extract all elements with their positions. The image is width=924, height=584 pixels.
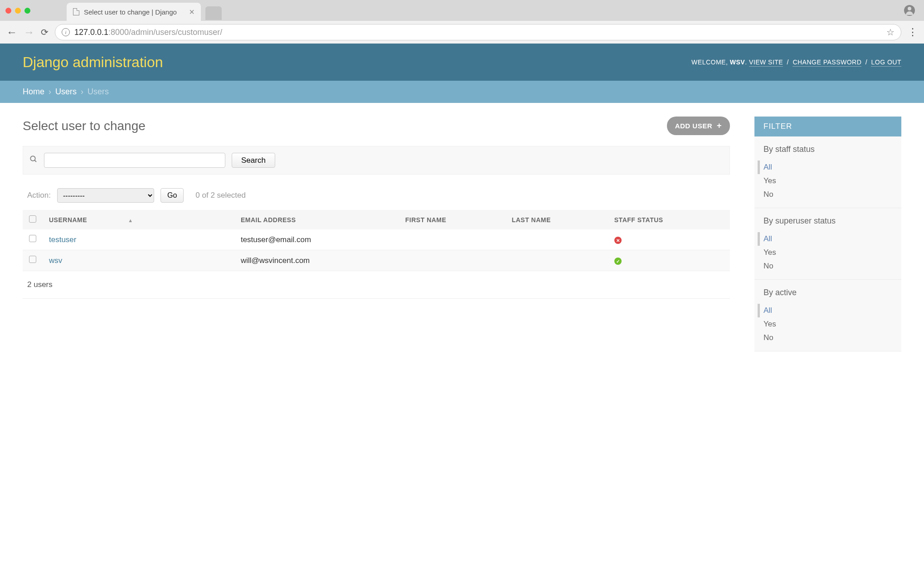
change-password-link[interactable]: CHANGE PASSWORD bbox=[793, 58, 861, 67]
last-name-cell bbox=[506, 229, 608, 250]
filter-option[interactable]: No bbox=[764, 331, 892, 345]
action-select[interactable]: --------- bbox=[57, 188, 154, 203]
first-name-cell bbox=[399, 250, 506, 271]
col-staff-status[interactable]: STAFF STATUS bbox=[608, 210, 730, 229]
filter-option[interactable]: Yes bbox=[764, 174, 892, 188]
close-window-icon[interactable] bbox=[5, 8, 11, 14]
svg-line-1 bbox=[34, 160, 36, 162]
forward-button[interactable]: → bbox=[24, 26, 34, 39]
username-link[interactable]: wsv bbox=[49, 256, 62, 265]
reload-button[interactable]: ⟳ bbox=[41, 27, 49, 38]
filter-group: By staff statusAllYesNo bbox=[754, 136, 901, 208]
filter-group: By superuser statusAllYesNo bbox=[754, 208, 901, 280]
filter-group-title: By staff status bbox=[764, 145, 892, 154]
col-first-name[interactable]: FIRST NAME bbox=[399, 210, 506, 229]
row-checkbox[interactable] bbox=[29, 256, 36, 263]
filter-group-title: By superuser status bbox=[764, 216, 892, 226]
browser-menu-icon[interactable]: ⋮ bbox=[908, 26, 918, 38]
svg-point-0 bbox=[30, 156, 35, 161]
breadcrumb-app[interactable]: Users bbox=[55, 87, 77, 96]
go-button[interactable]: Go bbox=[160, 188, 184, 203]
filter-sidebar: FILTER By staff statusAllYesNoBy superus… bbox=[754, 117, 901, 351]
admin-header: Django administration WELCOME, WSV. VIEW… bbox=[0, 44, 924, 81]
close-tab-icon[interactable]: × bbox=[189, 7, 195, 17]
add-user-button[interactable]: ADD USER + bbox=[667, 117, 730, 135]
actions-row: Action: --------- Go 0 of 2 selected bbox=[23, 188, 730, 203]
last-name-cell bbox=[506, 250, 608, 271]
filter-option[interactable]: No bbox=[764, 259, 892, 273]
action-label: Action: bbox=[27, 191, 51, 200]
bookmark-icon[interactable]: ☆ bbox=[886, 27, 895, 38]
filter-option[interactable]: No bbox=[764, 188, 892, 201]
filter-option[interactable]: All bbox=[758, 304, 892, 317]
current-user: WSV bbox=[730, 58, 745, 66]
site-title: Django administration bbox=[23, 54, 163, 71]
filter-option[interactable]: All bbox=[758, 232, 892, 246]
page-title: Select user to change bbox=[23, 119, 146, 133]
search-input[interactable] bbox=[44, 153, 225, 168]
logout-link[interactable]: LOG OUT bbox=[871, 58, 901, 67]
breadcrumb: Home › Users › Users bbox=[0, 81, 924, 103]
staff-cell: ✕ bbox=[608, 229, 730, 250]
search-button[interactable]: Search bbox=[232, 153, 275, 168]
sort-asc-icon: ▲ bbox=[128, 218, 133, 223]
filter-option[interactable]: Yes bbox=[764, 246, 892, 259]
row-checkbox[interactable] bbox=[29, 235, 36, 242]
staff-cell: ✓ bbox=[608, 250, 730, 271]
select-all-checkbox[interactable] bbox=[29, 215, 36, 223]
breadcrumb-home[interactable]: Home bbox=[23, 87, 44, 96]
maximize-window-icon[interactable] bbox=[24, 8, 30, 14]
browser-tab-active[interactable]: Select user to change | Django × bbox=[67, 3, 201, 21]
window-controls bbox=[5, 8, 30, 14]
user-tools: WELCOME, WSV. VIEW SITE / CHANGE PASSWOR… bbox=[691, 58, 901, 66]
new-tab-button[interactable] bbox=[205, 6, 222, 20]
browser-chrome: Select user to change | Django × ← → ⟳ i… bbox=[0, 0, 924, 44]
no-icon: ✕ bbox=[614, 237, 622, 244]
result-summary: 2 users bbox=[23, 271, 730, 299]
info-icon[interactable]: i bbox=[62, 28, 70, 36]
filter-header: FILTER bbox=[754, 117, 901, 136]
search-icon bbox=[29, 155, 38, 165]
filter-option[interactable]: Yes bbox=[764, 317, 892, 331]
welcome-text: WELCOME, bbox=[691, 58, 730, 66]
minimize-window-icon[interactable] bbox=[15, 8, 21, 14]
selection-count: 0 of 2 selected bbox=[195, 191, 246, 200]
add-user-label: ADD USER bbox=[675, 122, 712, 130]
filter-group-title: By active bbox=[764, 288, 892, 297]
profile-icon[interactable] bbox=[904, 5, 915, 16]
tab-title: Select user to change | Django bbox=[84, 8, 177, 16]
col-last-name[interactable]: LAST NAME bbox=[506, 210, 608, 229]
address-bar[interactable]: i 127.0.0.1:8000/admin/users/customuser/… bbox=[55, 24, 901, 40]
table-row: testusertestuser@email.com✕ bbox=[23, 229, 730, 250]
view-site-link[interactable]: VIEW SITE bbox=[749, 58, 783, 67]
email-cell: testuser@email.com bbox=[234, 229, 399, 250]
page-icon bbox=[73, 8, 79, 15]
back-button[interactable]: ← bbox=[6, 26, 17, 39]
filter-group: By activeAllYesNo bbox=[754, 280, 901, 351]
yes-icon: ✓ bbox=[614, 258, 622, 265]
table-row: wsvwill@wsvincent.com✓ bbox=[23, 250, 730, 271]
first-name-cell bbox=[399, 229, 506, 250]
username-link[interactable]: testuser bbox=[49, 235, 76, 244]
results-table: USERNAME▲ EMAIL ADDRESS FIRST NAME LAST … bbox=[23, 210, 730, 271]
search-bar: Search bbox=[23, 146, 730, 175]
filter-option[interactable]: All bbox=[758, 161, 892, 174]
plus-icon: + bbox=[717, 121, 722, 131]
email-cell: will@wsvincent.com bbox=[234, 250, 399, 271]
col-username[interactable]: USERNAME▲ bbox=[43, 210, 234, 229]
breadcrumb-current: Users bbox=[88, 87, 109, 96]
col-email[interactable]: EMAIL ADDRESS bbox=[234, 210, 399, 229]
url-text: 127.0.0.1:8000/admin/users/customuser/ bbox=[74, 28, 222, 37]
